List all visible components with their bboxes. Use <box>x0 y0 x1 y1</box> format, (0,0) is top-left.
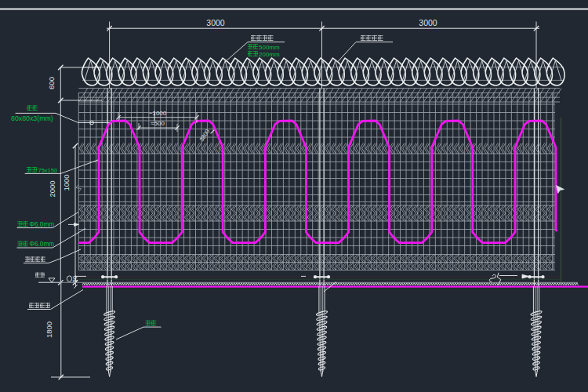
svg-text:1800: 1800 <box>45 321 53 338</box>
svg-text:75x150: 75x150 <box>38 167 58 174</box>
svg-text:~1000: ~1000 <box>149 110 167 117</box>
svg-text:500mm: 500mm <box>259 44 280 51</box>
svg-text:2000: 2000 <box>48 180 56 197</box>
svg-text:3000: 3000 <box>206 18 225 27</box>
svg-text:1000: 1000 <box>62 174 71 191</box>
svg-text:200mm: 200mm <box>259 51 280 58</box>
svg-text:3000: 3000 <box>419 18 437 27</box>
svg-text:50: 50 <box>71 276 78 282</box>
svg-text:600: 600 <box>47 77 56 89</box>
svg-text:≈500: ≈500 <box>151 120 165 127</box>
svg-text:Φ6.0mm: Φ6.0mm <box>30 221 55 228</box>
svg-text:Φ6.0mm: Φ6.0mm <box>30 241 55 248</box>
svg-text:80x80x3(mm): 80x80x3(mm) <box>11 114 53 122</box>
